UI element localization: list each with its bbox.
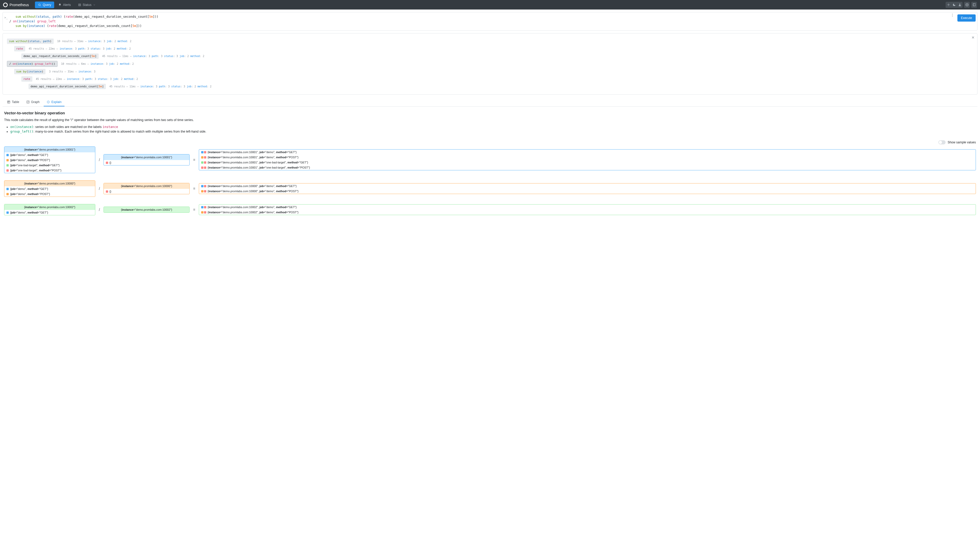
graph-icon xyxy=(26,101,30,104)
table-icon xyxy=(7,101,10,104)
tree-node-meta: 45 results – 11ms – instance: 3 path: 3 … xyxy=(109,85,211,88)
nav-status[interactable]: Status xyxy=(75,2,99,8)
operator-equals: = xyxy=(192,186,196,191)
svg-line-1 xyxy=(40,5,41,6)
svg-point-9 xyxy=(959,3,960,5)
lhs-box: {instance="demo.promlabs.com:10000"}{job… xyxy=(4,180,95,197)
moon-icon xyxy=(953,3,956,6)
match-group: {instance="demo.promlabs.com:10002"}{job… xyxy=(4,204,976,215)
query-editor[interactable]: sum without(status, path) (rate(demo_api… xyxy=(9,13,948,29)
result-box: {instance="demo.promlabs.com:10002", job… xyxy=(199,204,976,215)
layout-icon xyxy=(972,3,976,6)
auto-theme-button[interactable] xyxy=(957,2,962,8)
prometheus-icon xyxy=(3,3,8,7)
header-actions xyxy=(946,2,977,8)
tree-node-meta: 45 results – 22ms – instance: 3 path: 3 … xyxy=(36,78,138,80)
explain-icon xyxy=(47,101,50,104)
operator-divide: / xyxy=(98,208,101,212)
app-logo[interactable]: Prometheus xyxy=(3,3,29,7)
svg-rect-2 xyxy=(78,4,81,5)
series-item: {} xyxy=(104,189,189,194)
series-item: {job="demo", method="POST"} xyxy=(4,157,95,163)
tab-graph[interactable]: Graph xyxy=(23,98,43,106)
series-item: {instance="demo.promlabs.com:10000", job… xyxy=(199,183,976,189)
sample-values-toggle[interactable] xyxy=(938,140,946,144)
explain-title: Vector-to-vector binary operation xyxy=(4,111,976,115)
series-item: {job="one-bad-target", method="GET"} xyxy=(4,163,95,168)
series-item: {instance="demo.promlabs.com:10002", job… xyxy=(199,205,976,210)
tree-node-meta: 45 results – 11ms – instance: 3 path: 3 … xyxy=(102,55,204,58)
operator-divide: / xyxy=(98,158,101,162)
svg-rect-11 xyxy=(973,3,975,6)
series-item: {job="demo", method="POST"} xyxy=(4,191,95,197)
panel-group xyxy=(971,2,977,8)
explain-content: Vector-to-vector binary operation This n… xyxy=(3,107,977,138)
explain-bullet-on: on(instance): series on both sides are m… xyxy=(10,125,976,129)
rhs-box: {instance="demo.promlabs.com:10002"} xyxy=(104,207,190,213)
app-name: Prometheus xyxy=(10,3,29,7)
series-item: {instance="demo.promlabs.com:10000", job… xyxy=(199,189,976,194)
svg-point-14 xyxy=(952,15,953,15)
main-nav: Query Alerts Status xyxy=(35,2,98,8)
match-group: {instance="demo.promlabs.com:10000"}{job… xyxy=(4,180,976,197)
explain-bullets: on(instance): series on both sides are m… xyxy=(4,125,976,133)
main-content: >_ sum without(status, path) (rate(demo_… xyxy=(0,10,980,225)
result-box: {instance="demo.promlabs.com:10000", job… xyxy=(199,183,976,194)
query-bar: >_ sum without(status, path) (rate(demo_… xyxy=(3,12,977,30)
svg-point-13 xyxy=(952,14,953,14)
svg-point-4 xyxy=(948,4,949,5)
app-header: Prometheus Query Alerts Status xyxy=(0,0,980,10)
execute-button[interactable]: Execute xyxy=(958,14,976,22)
tree-node[interactable]: sum by(instance)3 results – 31ms – insta… xyxy=(7,69,973,74)
svg-point-0 xyxy=(38,4,40,6)
prompt-icon: >_ xyxy=(4,16,8,19)
tab-table[interactable]: Table xyxy=(4,98,22,106)
dark-theme-button[interactable] xyxy=(951,2,957,8)
series-item: {} xyxy=(104,160,189,165)
toggle-row: Show sample values xyxy=(3,138,977,146)
sample-values-label: Show sample values xyxy=(948,141,976,144)
gear-icon xyxy=(966,3,969,6)
explain-bullet-group-left: group_left(): many-to-one match. Each se… xyxy=(10,130,976,133)
search-icon xyxy=(38,3,41,6)
match-groups: {instance="demo.promlabs.com:10001"}{job… xyxy=(3,146,977,215)
nav-query[interactable]: Query xyxy=(35,2,54,8)
tree-node-meta: 3 results – 31ms – instance: 3 xyxy=(49,70,96,73)
nav-alerts[interactable]: Alerts xyxy=(55,2,74,8)
settings-button[interactable] xyxy=(964,2,970,8)
theme-group xyxy=(946,2,962,8)
operator-equals: = xyxy=(192,208,196,212)
light-theme-button[interactable] xyxy=(946,2,951,8)
svg-point-10 xyxy=(966,4,967,5)
series-item: {instance="demo.promlabs.com:10001", job… xyxy=(199,160,976,165)
tab-explain[interactable]: Explain xyxy=(44,98,64,106)
match-group: {instance="demo.promlabs.com:10001"}{job… xyxy=(4,146,976,173)
tree-node[interactable]: sum without(status, path)10 results – 31… xyxy=(7,38,973,44)
rhs-box: {instance="demo.promlabs.com:10000"}{} xyxy=(104,183,190,194)
svg-point-15 xyxy=(952,16,953,16)
close-tree-button[interactable]: ✕ xyxy=(972,35,975,40)
series-item: {job="demo", method="GET"} xyxy=(4,186,95,191)
panel-toggle-button[interactable] xyxy=(971,2,977,8)
operator-divide: / xyxy=(98,186,101,191)
tree-node[interactable]: rate45 results – 22ms – instance: 3 path… xyxy=(7,46,973,51)
result-box: {instance="demo.promlabs.com:10001", job… xyxy=(199,149,976,170)
explain-description: This node calculates the result of apply… xyxy=(4,118,976,122)
series-item: {job="demo", method="GET"} xyxy=(4,152,95,157)
query-tree: sum without(status, path)10 results – 31… xyxy=(7,38,973,89)
chevron-down-icon xyxy=(93,3,96,6)
lhs-box: {instance="demo.promlabs.com:10002"}{job… xyxy=(4,204,95,215)
user-icon xyxy=(958,3,961,6)
settings-group xyxy=(964,2,970,8)
query-tree-panel: ✕ sum without(status, path)10 results – … xyxy=(3,33,977,95)
query-more-button[interactable] xyxy=(950,13,955,17)
result-tabs: Table Graph Explain xyxy=(3,98,977,107)
tree-node-meta: 45 results – 22ms – instance: 3 path: 3 … xyxy=(29,47,131,50)
series-item: {instance="demo.promlabs.com:10002", job… xyxy=(199,210,976,215)
server-icon xyxy=(78,3,81,6)
svg-rect-16 xyxy=(8,101,10,103)
tree-node[interactable]: / on(instance) group_left()10 results – … xyxy=(7,61,973,67)
tree-node[interactable]: demo_api_request_duration_seconds_count[… xyxy=(7,84,973,89)
tree-node[interactable]: demo_api_request_duration_seconds_count[… xyxy=(7,53,973,59)
tree-node[interactable]: rate45 results – 22ms – instance: 3 path… xyxy=(7,76,973,82)
